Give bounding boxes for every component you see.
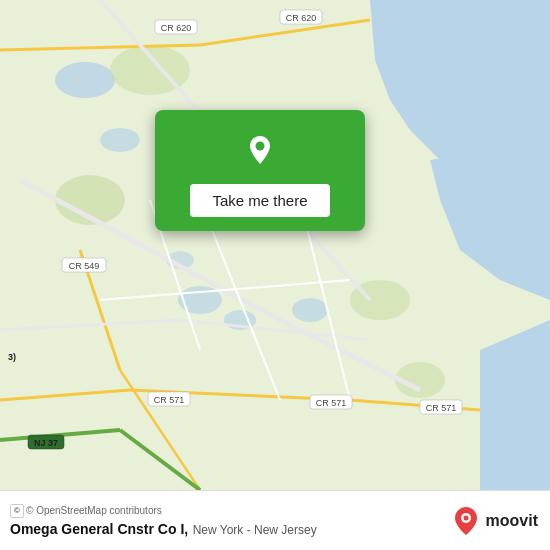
svg-point-49 (463, 515, 468, 520)
map-container: CR 620 CR 620 CR 549 CR 571 CR 571 CR 57… (0, 0, 550, 490)
moovit-icon (450, 505, 482, 537)
bottom-left-info: © © OpenStreetMap contributors Omega Gen… (10, 504, 317, 538)
bottom-bar: © © OpenStreetMap contributors Omega Gen… (0, 490, 550, 550)
svg-text:CR 571: CR 571 (154, 395, 185, 405)
location-card: Take me there (155, 110, 365, 231)
place-name-text: Omega General Cnstr Co I, (10, 521, 188, 537)
svg-text:CR 549: CR 549 (69, 261, 100, 271)
svg-text:CR 571: CR 571 (316, 398, 347, 408)
osm-logo: © (10, 504, 24, 518)
take-me-there-button[interactable]: Take me there (190, 184, 329, 217)
osm-credit-text: © OpenStreetMap contributors (26, 505, 162, 516)
svg-point-47 (256, 142, 265, 151)
svg-text:CR 571: CR 571 (426, 403, 457, 413)
location-pin-icon (238, 128, 282, 172)
place-region-text: New York - New Jersey (193, 523, 317, 537)
svg-point-5 (292, 298, 328, 322)
moovit-text: moovit (486, 512, 538, 530)
svg-point-1 (55, 62, 115, 98)
place-name: Omega General Cnstr Co I, New York - New… (10, 520, 317, 538)
svg-text:CR 620: CR 620 (286, 13, 317, 23)
svg-text:CR 620: CR 620 (161, 23, 192, 33)
moovit-logo: moovit (450, 505, 538, 537)
svg-text:NJ 37: NJ 37 (34, 438, 58, 448)
osm-credit: © © OpenStreetMap contributors (10, 504, 317, 518)
svg-point-2 (100, 128, 140, 152)
svg-text:3): 3) (8, 352, 16, 362)
